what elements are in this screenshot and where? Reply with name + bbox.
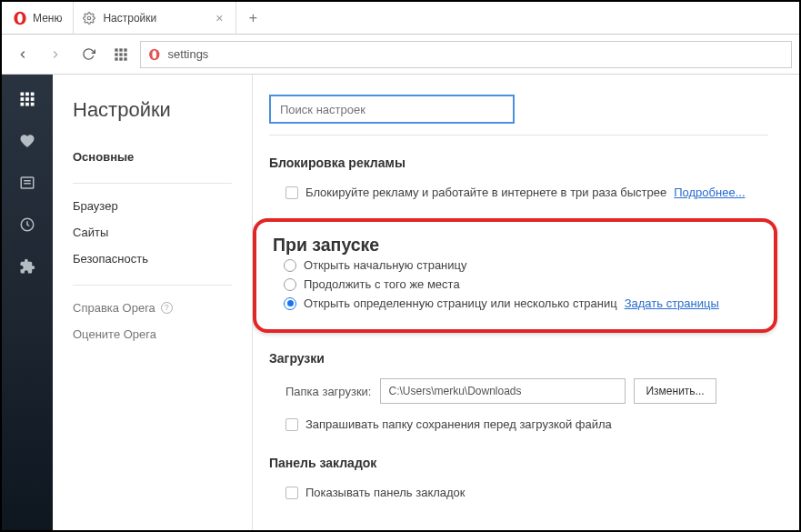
svg-rect-19 bbox=[31, 97, 35, 101]
checkbox-icon[interactable] bbox=[285, 186, 298, 199]
sidebar-item-rate[interactable]: Оцените Opera bbox=[73, 321, 232, 347]
svg-rect-17 bbox=[21, 97, 25, 101]
svg-point-1 bbox=[17, 13, 23, 23]
reload-button[interactable] bbox=[75, 41, 102, 68]
sidebar-item-help[interactable]: Справка Opera ? bbox=[73, 295, 232, 321]
url-input[interactable] bbox=[168, 47, 784, 61]
startup-option-3[interactable]: Открыть определенную страницу или нескол… bbox=[265, 294, 759, 313]
section-startup: При запуске Открыть начальную страницу П… bbox=[253, 218, 777, 333]
opera-icon bbox=[148, 48, 161, 61]
section-adblock: Блокировка рекламы Блокируйте рекламу и … bbox=[269, 156, 768, 202]
learn-more-link[interactable]: Подробнее... bbox=[674, 186, 745, 199]
ask-before-download-row[interactable]: Запрашивать папку сохранения перед загру… bbox=[269, 415, 768, 434]
svg-rect-4 bbox=[119, 48, 122, 51]
new-tab-button[interactable]: + bbox=[236, 2, 269, 34]
radio-icon[interactable] bbox=[284, 259, 296, 272]
svg-rect-20 bbox=[21, 103, 25, 106]
menu-button[interactable]: Меню bbox=[2, 2, 73, 34]
tab-settings[interactable]: Настройки × bbox=[73, 2, 236, 34]
svg-rect-9 bbox=[115, 57, 117, 60]
address-bar bbox=[2, 35, 799, 75]
help-icon: ? bbox=[161, 302, 173, 314]
gear-icon bbox=[83, 12, 95, 25]
svg-rect-22 bbox=[31, 103, 35, 106]
settings-sidebar: Настройки Основные Браузер Сайты Безопас… bbox=[53, 75, 253, 530]
show-bookmarks-row[interactable]: Показывать панель закладок bbox=[269, 483, 768, 502]
svg-rect-8 bbox=[124, 53, 126, 55]
startup-option-2[interactable]: Продолжить с того же места bbox=[265, 275, 759, 294]
svg-rect-3 bbox=[115, 48, 117, 51]
speed-dial-icon[interactable] bbox=[19, 91, 35, 107]
svg-rect-7 bbox=[119, 53, 122, 55]
tab-title: Настройки bbox=[103, 12, 205, 25]
section-title: Панель закладок bbox=[269, 456, 768, 470]
section-title: Блокировка рекламы bbox=[269, 156, 768, 170]
opera-icon bbox=[13, 11, 27, 25]
section-downloads: Загрузки Папка загрузки: Изменить... Зап… bbox=[269, 351, 768, 434]
back-button[interactable] bbox=[9, 41, 36, 68]
svg-rect-6 bbox=[115, 53, 117, 55]
svg-point-2 bbox=[88, 16, 92, 20]
svg-rect-14 bbox=[21, 93, 25, 96]
change-folder-button[interactable]: Изменить... bbox=[634, 378, 716, 404]
titlebar: Меню Настройки × + bbox=[2, 2, 799, 35]
sidebar-item-browser[interactable]: Браузер bbox=[73, 193, 232, 219]
section-title: При запуске bbox=[265, 235, 759, 256]
adblock-label: Блокируйте рекламу и работайте в интерне… bbox=[305, 186, 666, 199]
page-title: Настройки bbox=[73, 98, 232, 122]
help-label: Справка Opera bbox=[73, 301, 155, 315]
set-pages-link[interactable]: Задать страницы bbox=[625, 296, 719, 310]
sidebar-item-main[interactable]: Основные bbox=[73, 144, 232, 170]
checkbox-icon[interactable] bbox=[285, 418, 298, 431]
history-icon[interactable] bbox=[19, 216, 35, 233]
address-field[interactable] bbox=[140, 41, 792, 68]
radio-icon[interactable] bbox=[284, 297, 296, 310]
svg-rect-18 bbox=[25, 97, 29, 101]
news-icon[interactable] bbox=[19, 175, 35, 191]
search-input[interactable] bbox=[280, 103, 504, 116]
search-settings[interactable] bbox=[269, 95, 515, 124]
settings-content: Блокировка рекламы Блокируйте рекламу и … bbox=[253, 75, 799, 530]
icon-sidebar bbox=[2, 75, 53, 530]
menu-label: Меню bbox=[33, 12, 62, 25]
sidebar-item-sites[interactable]: Сайты bbox=[73, 219, 232, 246]
startup-option-1[interactable]: Открыть начальную страницу bbox=[265, 256, 759, 275]
svg-rect-15 bbox=[25, 93, 29, 96]
download-folder-label: Папка загрузки: bbox=[285, 385, 371, 398]
svg-rect-11 bbox=[124, 57, 126, 60]
close-icon[interactable]: × bbox=[212, 11, 226, 25]
svg-rect-16 bbox=[31, 93, 35, 96]
svg-rect-21 bbox=[25, 103, 29, 106]
radio-icon[interactable] bbox=[284, 278, 296, 291]
section-bookmarks-bar: Панель закладок Показывать панель заклад… bbox=[269, 456, 768, 502]
adblock-checkbox-row[interactable]: Блокируйте рекламу и работайте в интерне… bbox=[269, 183, 768, 202]
svg-rect-10 bbox=[119, 57, 122, 60]
download-folder-input[interactable] bbox=[380, 378, 626, 404]
svg-rect-5 bbox=[124, 48, 126, 51]
forward-button[interactable] bbox=[42, 41, 69, 68]
svg-point-13 bbox=[152, 50, 156, 58]
extensions-icon[interactable] bbox=[19, 258, 35, 275]
section-title: Загрузки bbox=[269, 351, 768, 366]
checkbox-icon[interactable] bbox=[285, 487, 298, 499]
bookmarks-icon[interactable] bbox=[19, 133, 35, 149]
sidebar-item-security[interactable]: Безопасность bbox=[73, 246, 232, 272]
speed-dial-button[interactable] bbox=[107, 41, 135, 68]
